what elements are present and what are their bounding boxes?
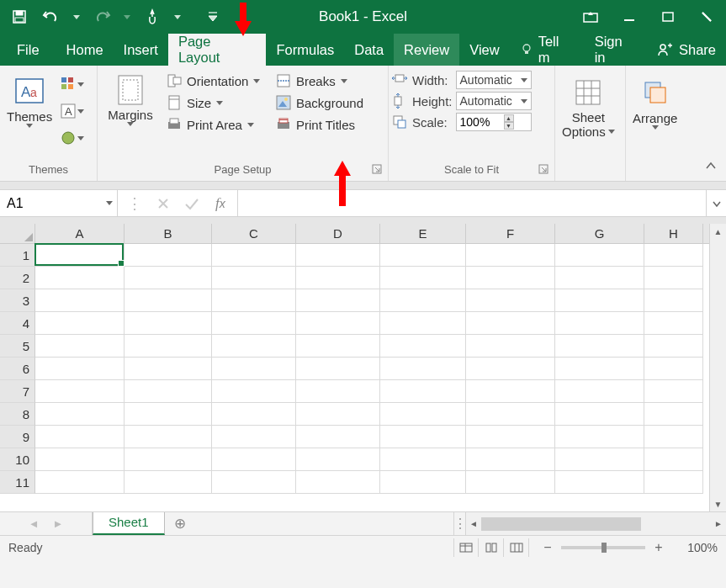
cell[interactable] xyxy=(125,471,212,494)
cell[interactable] xyxy=(125,380,212,403)
spin-down[interactable]: ▼ xyxy=(504,122,514,130)
horizontal-scrollbar[interactable]: ◄ ► xyxy=(465,512,726,535)
cell[interactable] xyxy=(380,471,466,494)
redo-dropdown[interactable] xyxy=(119,3,135,31)
zoom-slider[interactable] xyxy=(561,546,645,549)
cell[interactable] xyxy=(125,448,212,471)
tell-me-button[interactable]: Tell m xyxy=(510,34,585,66)
sheet-nav-next[interactable]: ► xyxy=(53,517,64,530)
vertical-scrollbar[interactable]: ▲ ▼ xyxy=(709,224,726,511)
width-select[interactable]: Automatic xyxy=(456,71,532,89)
row-header[interactable]: 8 xyxy=(0,403,35,426)
cell[interactable] xyxy=(296,426,380,448)
zoom-in-button[interactable]: + xyxy=(650,539,667,556)
normal-view-button[interactable] xyxy=(453,538,479,557)
cell[interactable] xyxy=(212,289,296,312)
cell[interactable] xyxy=(125,267,212,289)
tab-file[interactable]: File xyxy=(0,34,56,66)
row-header[interactable]: 1 xyxy=(0,244,35,267)
cell[interactable] xyxy=(125,335,212,358)
cell[interactable] xyxy=(466,426,555,448)
cell[interactable] xyxy=(35,471,125,494)
enter-formula-button[interactable] xyxy=(182,197,202,210)
cell[interactable] xyxy=(644,380,703,403)
orientation-button[interactable]: Orientation xyxy=(162,71,269,91)
print-area-button[interactable]: Print Area xyxy=(162,114,269,135)
scroll-right-button[interactable]: ► xyxy=(711,519,726,528)
column-header[interactable]: A xyxy=(35,224,125,243)
sheet-options-button[interactable]: SheetOptions xyxy=(559,74,618,140)
cell[interactable] xyxy=(35,267,125,289)
cell[interactable] xyxy=(555,244,644,267)
cell[interactable] xyxy=(35,380,125,403)
qat-customize[interactable] xyxy=(205,3,220,31)
cell[interactable] xyxy=(380,244,466,267)
expand-formula-bar[interactable] xyxy=(706,190,726,216)
cell[interactable] xyxy=(125,426,212,448)
undo-button[interactable] xyxy=(37,3,66,31)
column-header[interactable]: B xyxy=(125,224,212,243)
cell[interactable] xyxy=(296,244,380,267)
cell[interactable] xyxy=(644,289,703,312)
cell[interactable] xyxy=(35,289,125,312)
page-break-view-button[interactable] xyxy=(504,538,529,557)
cell[interactable] xyxy=(125,358,212,380)
cell[interactable] xyxy=(125,244,212,267)
column-header[interactable]: C xyxy=(212,224,296,243)
select-all-corner[interactable] xyxy=(0,224,35,243)
print-titles-button[interactable]: Print Titles xyxy=(271,114,382,135)
cell[interactable] xyxy=(555,426,644,448)
cancel-formula-button[interactable] xyxy=(153,197,173,210)
scale-spinner[interactable]: ▲▼ xyxy=(456,113,532,131)
cell[interactable] xyxy=(555,471,644,494)
cell[interactable] xyxy=(644,471,703,494)
cell[interactable] xyxy=(555,403,644,426)
tab-review[interactable]: Review xyxy=(394,34,459,66)
column-header[interactable]: E xyxy=(380,224,466,243)
breaks-button[interactable]: Breaks xyxy=(271,71,382,91)
row-header[interactable]: 4 xyxy=(0,312,35,335)
cell[interactable] xyxy=(296,380,380,403)
cell[interactable] xyxy=(466,403,555,426)
cell[interactable] xyxy=(466,335,555,358)
formula-input[interactable] xyxy=(238,193,706,214)
cell[interactable] xyxy=(125,403,212,426)
cell[interactable] xyxy=(296,312,380,335)
cell[interactable] xyxy=(35,312,125,335)
cell[interactable] xyxy=(296,448,380,471)
redo-button[interactable] xyxy=(87,3,116,31)
row-header[interactable]: 11 xyxy=(0,471,35,494)
row-header[interactable]: 3 xyxy=(0,289,35,312)
column-header[interactable]: F xyxy=(466,224,555,243)
cell[interactable] xyxy=(644,267,703,289)
themes-button[interactable]: A a Themes xyxy=(3,72,56,130)
cell[interactable] xyxy=(35,448,125,471)
cell[interactable] xyxy=(466,244,555,267)
cell[interactable] xyxy=(212,312,296,335)
cell[interactable] xyxy=(644,244,703,267)
page-layout-view-button[interactable] xyxy=(479,538,504,557)
ribbon-display-options[interactable] xyxy=(571,0,610,34)
scale-to-fit-launcher[interactable] xyxy=(538,164,549,176)
cell[interactable] xyxy=(35,335,125,358)
cell[interactable] xyxy=(555,312,644,335)
name-box[interactable] xyxy=(0,190,118,216)
insert-function-button[interactable]: fx xyxy=(210,195,231,212)
cell[interactable] xyxy=(466,312,555,335)
cell[interactable] xyxy=(212,403,296,426)
cell[interactable] xyxy=(644,358,703,380)
cells-area[interactable] xyxy=(35,244,703,494)
cell[interactable] xyxy=(212,426,296,448)
tab-view[interactable]: View xyxy=(459,34,509,66)
row-header[interactable]: 9 xyxy=(0,426,35,448)
name-box-input[interactable] xyxy=(0,193,103,215)
close-button[interactable] xyxy=(687,0,726,34)
colors-button[interactable] xyxy=(61,72,84,96)
cell[interactable] xyxy=(296,403,380,426)
scroll-left-button[interactable]: ◄ xyxy=(466,519,481,528)
row-header[interactable]: 6 xyxy=(0,358,35,380)
cell[interactable] xyxy=(212,471,296,494)
height-select[interactable]: Automatic xyxy=(456,92,532,110)
background-button[interactable]: Background xyxy=(271,93,382,113)
cell[interactable] xyxy=(212,267,296,289)
